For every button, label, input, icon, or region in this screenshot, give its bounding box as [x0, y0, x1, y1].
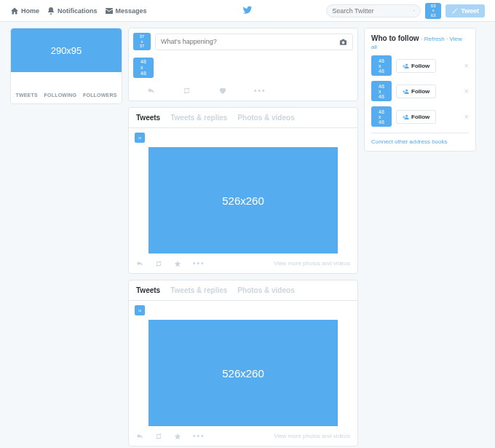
reply-icon[interactable] [136, 260, 143, 267]
follow-button[interactable]: Follow [396, 110, 436, 124]
main-container: 290x95 TWEETS FOLLOWING FOLLOWERS 37 x 3… [0, 22, 495, 448]
reply-icon[interactable] [136, 433, 143, 440]
tab-tweets[interactable]: Tweets [136, 286, 160, 294]
add-user-icon [403, 63, 409, 69]
follow-label: Follow [411, 63, 429, 69]
tweet-avatar: 24 [135, 305, 145, 315]
stat-tweets[interactable]: TWEETS [15, 93, 37, 98]
more-icon[interactable]: ••• [193, 432, 205, 440]
tweet-avatar: 24 [135, 133, 145, 143]
more-icon[interactable]: ••• [193, 259, 205, 267]
wtf-title: Who to follow [371, 34, 419, 42]
reply-icon[interactable] [147, 87, 155, 95]
wtf-avatar: 48 x 48 [371, 106, 392, 127]
compose-avatar: 37 x 37 [133, 33, 151, 50]
tab-replies[interactable]: Tweets & replies [170, 286, 227, 294]
wtf-footer-link[interactable]: Connect other address books [371, 133, 469, 145]
wtf-avatar: 48 x 48 [371, 81, 392, 101]
profile-stats: TWEETS FOLLOWING FOLLOWERS [11, 72, 122, 103]
add-user-icon [403, 88, 409, 95]
envelope-icon [105, 7, 114, 15]
who-to-follow-card: Who to follow · Refresh · View all 48 x … [364, 28, 476, 152]
media-tweet: 24 526x260 ••• View more photos and vide… [129, 128, 357, 273]
compose-card: 37 x 37 48 x 48 ••• [128, 28, 358, 101]
media-tweet-2: 24 526x260 ••• View more photos and vide… [129, 301, 357, 446]
wtf-item: 48 x 48 Follow × [371, 55, 469, 76]
follow-label: Follow [411, 88, 429, 95]
right-column: Who to follow · Refresh · View all 48 x … [364, 28, 476, 447]
tab-media[interactable]: Photos & videos [237, 286, 294, 294]
view-more-link[interactable]: View more photos and videos [274, 433, 350, 439]
dismiss-icon[interactable]: × [464, 87, 469, 95]
retweet-icon[interactable] [155, 433, 162, 440]
compose-input-box[interactable] [155, 34, 353, 50]
dismiss-icon[interactable]: × [464, 112, 469, 121]
tweet-tabs-2: Tweets Tweets & replies Photos & videos [129, 280, 357, 301]
compose-actions: ••• [129, 81, 357, 101]
pending-avatar: 48 x 48 [133, 58, 154, 78]
tab-tweets[interactable]: Tweets [136, 114, 160, 122]
nav-notifications-label: Notifications [58, 7, 98, 15]
tweet-tabs: Tweets Tweets & replies Photos & videos [129, 108, 357, 128]
follow-label: Follow [411, 114, 429, 120]
twitter-logo [242, 5, 253, 17]
cover-image: 290x95 [11, 28, 122, 72]
top-navbar: Home Notifications Messages 63 x 63 Twee… [0, 0, 495, 22]
media-image[interactable]: 526x260 [148, 320, 338, 426]
tweet-button-label: Tweet [461, 7, 479, 15]
wtf-refresh[interactable]: Refresh [424, 36, 445, 42]
add-user-icon [403, 114, 409, 120]
stat-following[interactable]: FOLLOWING [44, 93, 77, 98]
bell-icon [47, 7, 55, 15]
tab-replies[interactable]: Tweets & replies [170, 114, 227, 122]
search-box[interactable] [326, 4, 421, 17]
nav-home[interactable]: Home [10, 7, 39, 15]
dismiss-icon[interactable]: × [464, 61, 469, 70]
like-icon[interactable] [218, 87, 226, 95]
nav-messages[interactable]: Messages [105, 7, 147, 15]
nav-right-group: 63 x 63 Tweet [326, 3, 485, 19]
quill-icon [451, 7, 459, 15]
compose-input[interactable] [161, 38, 339, 45]
star-icon[interactable] [174, 433, 181, 440]
nav-avatar[interactable]: 63 x 63 [425, 3, 441, 19]
tab-media[interactable]: Photos & videos [237, 114, 294, 122]
bird-icon [242, 5, 253, 15]
tweets-panel: Tweets Tweets & replies Photos & videos … [128, 107, 358, 274]
media-footer: ••• View more photos and videos [135, 254, 352, 267]
follow-button[interactable]: Follow [396, 59, 436, 73]
more-icon[interactable]: ••• [254, 87, 266, 95]
view-more-link[interactable]: View more photos and videos [274, 260, 350, 267]
tweets-panel-2: Tweets Tweets & replies Photos & videos … [128, 280, 358, 447]
follow-button[interactable]: Follow [396, 85, 436, 98]
camera-icon[interactable] [339, 38, 347, 46]
search-input[interactable] [332, 7, 413, 15]
star-icon[interactable] [174, 260, 181, 267]
wtf-item: 48 x 48 Follow × [371, 81, 469, 101]
retweet-icon[interactable] [183, 87, 191, 95]
profile-card: 290x95 TWEETS FOLLOWING FOLLOWERS [10, 28, 122, 104]
home-icon [10, 7, 19, 15]
middle-column: 37 x 37 48 x 48 ••• Tweets Tweets & repl… [128, 28, 358, 447]
compose-row: 37 x 37 [129, 28, 357, 55]
search-icon [413, 7, 415, 14]
wtf-item: 48 x 48 Follow × [371, 106, 469, 127]
retweet-icon[interactable] [155, 260, 162, 267]
wtf-avatar: 48 x 48 [371, 55, 392, 76]
compose-tweet-button[interactable]: Tweet [446, 4, 485, 17]
stat-followers[interactable]: FOLLOWERS [83, 93, 117, 98]
media-footer: ••• View more photos and videos [135, 426, 352, 440]
media-image[interactable]: 526x260 [148, 147, 338, 254]
pending-tweet: 48 x 48 [129, 55, 357, 81]
nav-home-label: Home [21, 7, 39, 15]
nav-notifications[interactable]: Notifications [47, 7, 98, 15]
wtf-header: Who to follow · Refresh · View all [371, 34, 469, 50]
nav-messages-label: Messages [116, 7, 147, 15]
left-column: 290x95 TWEETS FOLLOWING FOLLOWERS [10, 28, 122, 447]
